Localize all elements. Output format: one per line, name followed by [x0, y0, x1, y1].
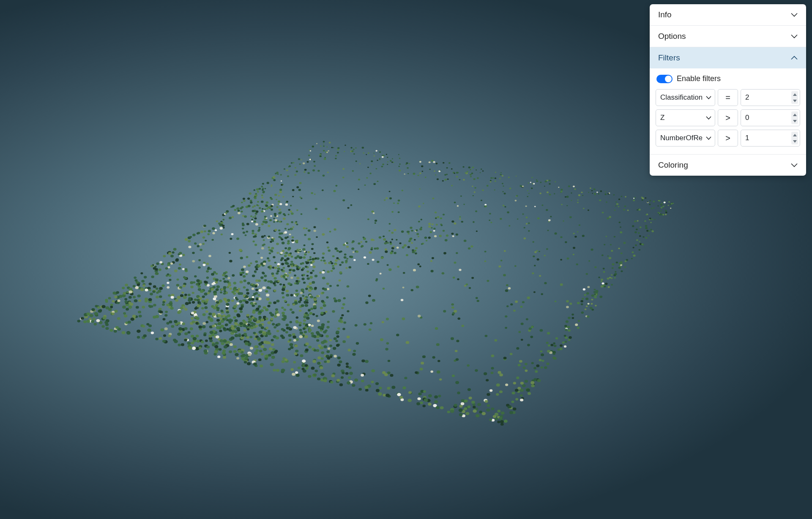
svg-point-2213 [342, 372, 344, 374]
filter-value-input[interactable]: 2 [741, 89, 800, 106]
filter-operator-select[interactable]: > [718, 130, 738, 147]
svg-point-1861 [410, 237, 413, 239]
svg-point-2083 [464, 399, 468, 402]
svg-point-1234 [484, 250, 487, 252]
filter-field-select[interactable]: Classification [656, 89, 715, 106]
svg-point-2359 [219, 299, 223, 302]
svg-point-1402 [634, 220, 636, 222]
svg-point-1396 [387, 157, 388, 158]
svg-point-2285 [189, 245, 191, 248]
svg-point-1383 [324, 158, 326, 160]
svg-point-904 [277, 263, 280, 265]
section-header-filters[interactable]: Filters [650, 47, 806, 68]
stepper-up[interactable] [791, 91, 798, 98]
svg-point-1367 [415, 371, 418, 374]
svg-point-1765 [269, 287, 271, 289]
svg-point-2480 [620, 231, 622, 233]
svg-point-1231 [394, 252, 397, 254]
svg-point-2008 [323, 174, 325, 177]
section-header-info[interactable]: Info [650, 4, 806, 26]
svg-point-1399 [618, 266, 621, 269]
filter-field-select[interactable]: Z [656, 109, 715, 126]
svg-point-1192 [156, 272, 159, 275]
svg-point-2234 [312, 243, 314, 245]
svg-point-2428 [284, 359, 287, 361]
stepper-down[interactable] [791, 118, 798, 124]
svg-point-1506 [323, 141, 325, 142]
svg-point-565 [634, 231, 637, 233]
svg-point-1690 [255, 260, 258, 263]
svg-point-2348 [235, 322, 238, 325]
svg-point-1565 [392, 386, 396, 389]
svg-point-1326 [323, 304, 326, 307]
enable-filters-toggle[interactable] [656, 75, 673, 83]
svg-point-2240 [274, 284, 276, 286]
svg-point-2101 [334, 355, 337, 357]
filter-field-select[interactable]: NumberOfReturns [656, 130, 715, 147]
svg-point-395 [259, 316, 262, 318]
svg-point-711 [288, 334, 292, 337]
svg-point-1471 [531, 384, 535, 387]
svg-point-1903 [203, 224, 206, 227]
svg-point-2293 [463, 166, 465, 167]
svg-point-1116 [431, 227, 433, 228]
stepper-up[interactable] [791, 132, 798, 138]
svg-point-2341 [217, 355, 220, 358]
svg-point-832 [362, 147, 364, 148]
svg-point-879 [273, 217, 275, 219]
svg-point-981 [146, 323, 149, 325]
svg-point-411 [372, 299, 375, 302]
stepper-down[interactable] [791, 138, 798, 144]
svg-point-1164 [253, 240, 255, 242]
svg-point-1954 [282, 242, 284, 244]
svg-point-2396 [262, 190, 265, 193]
filter-value-input[interactable]: 1 [741, 130, 800, 147]
svg-point-2410 [280, 174, 282, 175]
svg-point-1801 [418, 174, 419, 176]
svg-point-1223 [517, 218, 519, 220]
svg-point-1809 [339, 251, 342, 253]
svg-point-749 [311, 247, 314, 250]
filter-operator-select[interactable]: > [718, 109, 738, 126]
svg-point-1034 [374, 247, 377, 250]
svg-point-2495 [295, 349, 298, 352]
svg-point-2330 [242, 334, 245, 337]
svg-point-1689 [410, 226, 413, 228]
svg-point-1180 [607, 277, 610, 280]
svg-point-1003 [639, 209, 641, 210]
stepper-up[interactable] [791, 111, 798, 118]
filter-value-input[interactable]: 0 [741, 109, 800, 126]
svg-point-1072 [534, 378, 537, 381]
svg-point-1528 [291, 228, 293, 230]
svg-point-1794 [621, 270, 623, 272]
svg-point-775 [365, 389, 369, 391]
svg-point-1065 [668, 201, 670, 202]
section-header-options[interactable]: Options [650, 26, 806, 47]
svg-point-853 [233, 282, 236, 284]
svg-point-1569 [611, 277, 613, 279]
svg-point-2384 [282, 288, 285, 291]
svg-point-2374 [279, 203, 282, 205]
svg-point-1589 [313, 305, 317, 308]
svg-point-79 [588, 260, 590, 261]
svg-point-1981 [542, 204, 544, 206]
svg-point-1644 [91, 320, 94, 323]
svg-point-890 [316, 339, 319, 342]
svg-point-892 [326, 241, 328, 243]
svg-point-1386 [314, 287, 317, 289]
stepper-down[interactable] [791, 98, 798, 104]
svg-point-2488 [516, 176, 517, 177]
svg-point-2339 [608, 286, 610, 288]
svg-point-1665 [274, 351, 277, 353]
svg-point-497 [599, 277, 600, 278]
svg-point-186 [627, 209, 629, 211]
svg-point-1420 [573, 185, 575, 187]
svg-point-1976 [83, 320, 87, 323]
svg-point-807 [265, 308, 268, 311]
svg-point-1091 [433, 230, 435, 231]
filter-operator-select[interactable]: = [718, 89, 738, 106]
svg-point-1624 [299, 321, 302, 324]
section-header-coloring[interactable]: Coloring [650, 155, 806, 176]
svg-point-1261 [233, 286, 237, 289]
svg-point-2426 [273, 289, 276, 291]
